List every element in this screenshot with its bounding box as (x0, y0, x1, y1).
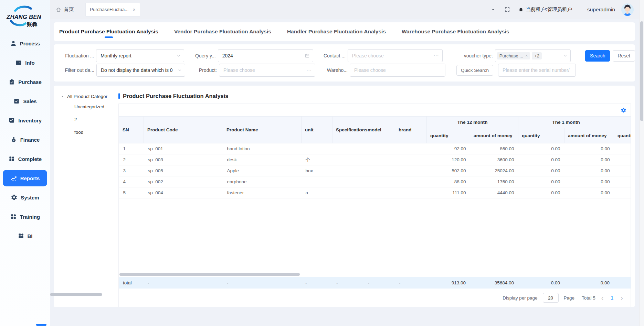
main-area: Product Purchase Fluctuation AnalysisVen… (50, 19, 639, 326)
total-cell: - (223, 277, 301, 289)
sidebar-item-training[interactable]: Training (3, 208, 47, 225)
cell: sp_002 (144, 176, 223, 187)
grid-icon (10, 213, 17, 220)
fullscreen-icon[interactable] (504, 7, 510, 12)
sidebar-item-label: Finance (20, 137, 40, 143)
breadcrumb-home[interactable]: 首页 (56, 6, 74, 13)
sidebar-item-bi[interactable]: BI (3, 228, 47, 244)
tenant-indicator[interactable]: 当前租户:管理员租户 (518, 6, 572, 13)
table-row[interactable]: 2sp_003desk个120.003600.000.000.00 (119, 154, 631, 165)
brand-logo[interactable]: ZHANG BEN 账犇 (4, 3, 46, 32)
cell: 860.00 (470, 143, 518, 154)
sidebar-item-process[interactable]: Process (3, 35, 47, 52)
total-cell: - (395, 277, 426, 289)
total-count-label: Total 5 (582, 295, 595, 301)
sidebar-scrollbar-thumb[interactable] (36, 324, 46, 326)
table-horizontal-scrollbar-thumb[interactable] (119, 273, 300, 276)
tree-item-uncategorized[interactable]: Uncategorized (58, 100, 118, 113)
voucher-type-select[interactable]: Purchase ... × +2 (495, 49, 571, 62)
fluctuation-select[interactable]: Monthly report (96, 49, 184, 62)
cell (395, 143, 427, 154)
avatar[interactable] (621, 3, 634, 16)
column-header: unit (302, 117, 332, 143)
tab-close-icon[interactable]: × (133, 7, 136, 12)
sidebar-item-finance[interactable]: ¥Finance (3, 131, 47, 148)
home-outline-icon (56, 7, 61, 12)
ellipsis-icon[interactable]: ⋯ (434, 53, 439, 59)
sidebar-item-reports[interactable]: Reports (3, 170, 47, 186)
report-title-row: Product Purchase Fluctuation Analysis (118, 91, 631, 101)
table-row[interactable]: 4sp_002earphone88.001760.000.000.00 (119, 176, 631, 187)
sidebar-item-system[interactable]: System (3, 189, 47, 206)
current-page-number[interactable]: 1 (610, 295, 615, 301)
serial-input[interactable] (498, 64, 576, 76)
table-scroll-container[interactable]: SNProduct CodeProduct NameunitSpecificat… (119, 116, 631, 198)
cell: 2 (119, 154, 144, 165)
tag-close-icon[interactable]: × (525, 53, 528, 58)
filter-zero-select[interactable]: Do not display the data which is 0 (96, 64, 185, 77)
quick-search-button[interactable]: Quick Search (456, 65, 493, 76)
sidebar-item-info[interactable]: Info (3, 54, 47, 71)
report-tab-1[interactable]: Product Purchase Fluctuation Analysis (59, 22, 158, 41)
sidebar-item-complete[interactable]: Complete (3, 151, 47, 167)
prev-page-icon[interactable]: ‹ (601, 294, 604, 301)
column-settings-gear-icon[interactable] (621, 107, 626, 113)
column-header: model (364, 117, 395, 143)
product-input[interactable] (219, 64, 315, 76)
column-subheader: amount of money (470, 128, 518, 143)
chevron-down-icon (563, 53, 568, 58)
clipboard-icon (8, 78, 15, 85)
cell: 5 (119, 187, 144, 198)
cell (395, 154, 427, 165)
reset-button[interactable]: Reset (613, 50, 635, 62)
sidebar-item-label: Process (20, 41, 40, 46)
page-size-input[interactable] (543, 293, 559, 303)
cell (332, 154, 364, 165)
ellipsis-icon[interactable]: ⋯ (306, 67, 312, 73)
total-cell: - (144, 277, 223, 289)
sidebar-item-sales[interactable]: Sales (3, 93, 47, 109)
table-row[interactable]: 3sp_005Applebox502.0025024.000.000.00 (119, 165, 631, 176)
query-year-input[interactable] (218, 50, 313, 62)
cell: 0.00 (564, 187, 614, 198)
next-page-icon[interactable]: › (620, 294, 624, 301)
product-label: Product: (194, 67, 217, 73)
search-button[interactable]: Search (585, 50, 610, 62)
voucher-type-label: voucher type: (461, 53, 493, 58)
report-tab-3[interactable]: Handler Purchase Fluctuation Analysis (287, 22, 386, 41)
grid-icon (18, 232, 24, 239)
tree-root-label: All Product Categor (67, 94, 107, 99)
cell (302, 143, 332, 154)
tree-root-all-product-categories[interactable]: All Product Categor (58, 94, 118, 99)
avatar-image (621, 3, 634, 16)
cell: 3600.00 (470, 154, 518, 165)
page-horizontal-scrollbar-thumb[interactable] (50, 293, 102, 296)
cell: 个 (302, 154, 332, 165)
sidebar-item-purchase[interactable]: Purchase (3, 74, 47, 90)
tree-item-food[interactable]: food (58, 126, 118, 139)
cell (614, 165, 631, 176)
table-row[interactable]: 1sp_001hand lotion92.00860.000.000.00 (119, 143, 631, 154)
open-page-tab[interactable]: PurchaseFluctua... × (85, 3, 140, 17)
table-row[interactable]: 5sp_004fastenera111.004440.000.000.00 (119, 187, 631, 198)
column-subheader: quantity (427, 128, 470, 143)
sidebar-item-label: System (21, 195, 39, 200)
tree-item-2[interactable]: 2 (58, 113, 118, 126)
contact-input[interactable] (348, 50, 442, 62)
home-filled-icon (518, 7, 524, 12)
total-cell: - (364, 277, 395, 289)
logo-swoosh-top (15, 7, 31, 11)
report-tab-4[interactable]: Warehouse Purchase Fluctuation Analysis (402, 22, 509, 41)
sidebar-item-inventory[interactable]: Inventory (3, 112, 47, 129)
warehouse-field (350, 64, 445, 77)
report-tab-2[interactable]: Vendor Purchase Fluctuation Analysis (174, 22, 271, 41)
grid-icon (8, 155, 15, 162)
collapse-caret-icon[interactable] (491, 7, 495, 12)
cell: 4 (119, 176, 144, 187)
column-group-header: The 12 month (427, 117, 518, 128)
warehouse-input[interactable] (350, 64, 445, 76)
page-vertical-scrollbar (639, 0, 644, 326)
app-root: ZHANG BEN 账犇 ProcessInfoPurchaseSalesInv… (0, 0, 644, 326)
table-horizontal-scrollbar (119, 272, 631, 277)
page-vertical-scrollbar-thumb[interactable] (640, 21, 643, 121)
